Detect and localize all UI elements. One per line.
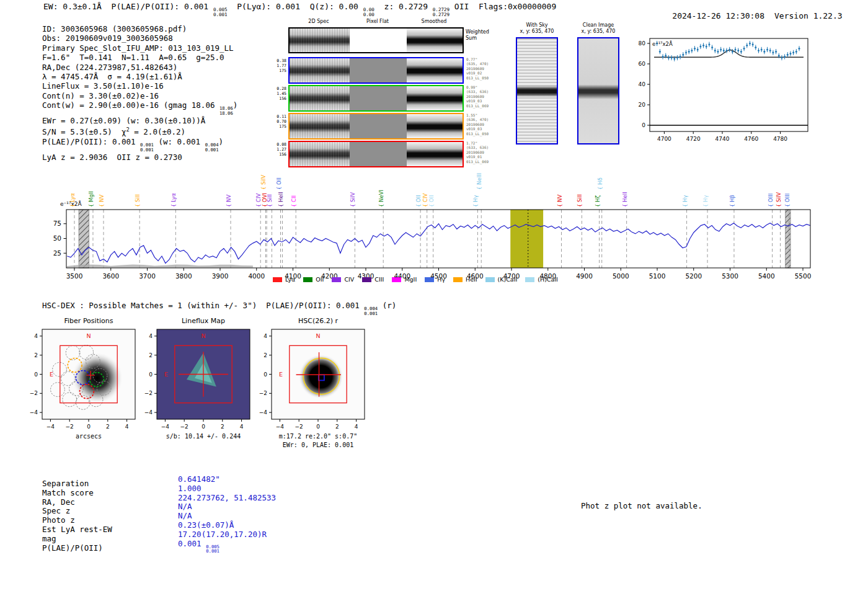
svg-text:{ SiIV: { SiIV <box>776 192 782 207</box>
svg-text:5000: 5000 <box>613 272 629 280</box>
svg-text:4: 4 <box>355 424 358 430</box>
report-version: Version 1.22.3 <box>774 11 843 20</box>
match-row-value: 0.001 0.0050.001 <box>178 540 276 554</box>
svg-text:4780: 4780 <box>773 136 787 142</box>
svg-text:{ OII: { OII <box>415 195 422 207</box>
svg-text:−4: −4 <box>144 409 153 415</box>
svg-text:EWr: 0, PLAE: 0.001: EWr: 0, PLAE: 0.001 <box>283 442 353 448</box>
legend-item: Hγ <box>425 276 445 283</box>
svg-text:25: 25 <box>53 249 61 257</box>
fiber-2dspec-image <box>290 142 350 166</box>
info-line: LineFlux = 3.50(±1.10)e-16 <box>42 81 237 91</box>
svg-text:{ SiII: { SiII <box>577 194 583 207</box>
match-row-label: Est LyA rest-EW <box>42 525 112 535</box>
svg-text:4760: 4760 <box>744 136 758 142</box>
match-row-label: Separation <box>42 479 112 489</box>
match-row-value: 1.000 <box>178 484 276 494</box>
svg-text:−2: −2 <box>144 390 153 396</box>
svg-text:−4: −4 <box>259 409 268 415</box>
info-line: EWr = 0.27(±0.09) (w: 0.30(±0.10))Å <box>42 116 237 125</box>
svg-text:20: 20 <box>639 102 646 108</box>
col-title-pixelflat: Pixel Flat <box>350 19 405 24</box>
svg-text:arcsecs: arcsecs <box>76 433 102 440</box>
svg-text:0: 0 <box>34 371 38 378</box>
svg-text:−4: −4 <box>30 409 38 415</box>
svg-text:40: 40 <box>639 81 646 87</box>
fiber-weight-values: 0.381.77175 <box>272 58 286 73</box>
detection-info-block: ID: 3003605968 (3003605968.pdf)Obs: 2019… <box>42 24 237 162</box>
info-line: Cont(w) = 2.90(±0.00)e-16 (gmag 18.06 18… <box>42 100 237 116</box>
info-line: F=1.6" T=0.141 N=1.11 A=0.65 g=25.0 <box>42 53 237 62</box>
svg-text:4: 4 <box>125 424 129 430</box>
legend-swatch <box>303 277 312 282</box>
svg-text:{ SiIV: { SiIV <box>260 175 267 190</box>
svg-text:{ Hγ: { Hγ <box>472 195 479 207</box>
svg-text:3900: 3900 <box>212 272 229 280</box>
svg-text:0: 0 <box>202 424 205 430</box>
svg-text:−2: −2 <box>259 390 267 396</box>
svg-text:50: 50 <box>53 234 61 242</box>
header-summary-line: EW: 0.3±0.1Å P(LAE)/P(OII): 0.001 0.0050… <box>43 2 556 17</box>
info-line: S/N = 5.3(±0.5) χ2 = 2.0(±0.2) <box>42 125 237 137</box>
legend-item: MgII <box>392 276 417 283</box>
elixer-report-page: EW: 0.3±0.1Å P(LAE)/P(OII): 0.001 0.0050… <box>0 0 868 591</box>
match-row-value: 0.641482" <box>178 475 276 484</box>
svg-text:2: 2 <box>34 352 38 358</box>
svg-text:4720: 4720 <box>686 136 701 142</box>
svg-text:5400: 5400 <box>758 272 775 280</box>
svg-text:4: 4 <box>264 333 267 339</box>
full-spectrum-plot: 3500360037003800390040004100420043004400… <box>0 166 868 290</box>
info-line: LyA z = 2.9036 OII z = 0.2730 <box>42 153 237 162</box>
svg-text:m:17.2 re:2.0" s:0.7": m:17.2 re:2.0" s:0.7" <box>279 433 357 440</box>
zoom-data-points <box>656 41 800 61</box>
svg-text:N: N <box>316 332 320 339</box>
svg-text:3800: 3800 <box>175 272 192 280</box>
svg-text:−2: −2 <box>295 424 303 430</box>
fiber-strip-row <box>288 57 464 84</box>
svg-text:2: 2 <box>221 424 224 430</box>
legend-swatch <box>362 277 371 282</box>
fiber-pixelflat-image <box>350 142 407 166</box>
info-line: Primary Spec_Slot_IFU_AMP: 013_103_019_L… <box>42 43 237 53</box>
svg-text:0: 0 <box>316 424 320 430</box>
match-row-value: 17.20(17.20,17.20)R <box>178 530 276 540</box>
svg-text:{ SiII: { SiII <box>135 194 141 207</box>
svg-text:5200: 5200 <box>685 272 702 280</box>
fiber-annotation: 1.55"(636, 470)20190609v019_03013_LL_050 <box>466 113 506 136</box>
svg-text:{ HeII: { HeII <box>622 192 628 207</box>
svg-text:−2: −2 <box>66 424 74 430</box>
match-row-value: 224.273762, 51.482533 <box>178 494 276 503</box>
svg-text:4700: 4700 <box>657 136 671 142</box>
svg-text:2: 2 <box>335 424 339 430</box>
svg-text:{ OII: { OII <box>428 195 435 207</box>
info-line: Cont(n) = 3.30(±0.02)e-16 <box>42 91 237 100</box>
fiber-2dspec-image <box>290 58 350 82</box>
match-table-labels: SeparationMatch scoreRA, DecSpec zPhoto … <box>42 479 112 553</box>
weighted-smoothed-image <box>407 29 463 52</box>
hsc-cutout-panel: NE−4−4−2−2002244m:17.2 re:2.0" s:0.7"EWr… <box>247 318 377 445</box>
hsc-dex-match-line: HSC-DEX : Possible Matches = 1 (within +… <box>42 301 396 316</box>
fiber-smoothed-image <box>407 114 463 138</box>
fiber-2dspec-image <box>290 86 350 110</box>
svg-text:0: 0 <box>87 424 91 430</box>
svg-text:E: E <box>50 371 53 378</box>
svg-text:0: 0 <box>149 371 153 378</box>
svg-text:{ NV: { NV <box>557 195 563 207</box>
svg-text:0: 0 <box>264 371 267 378</box>
fiber-pixelflat-image <box>350 58 407 82</box>
photz-note: Phot z plot not available. <box>581 501 702 510</box>
legend-swatch <box>485 277 495 282</box>
svg-text:e⁻¹⁷x2Å: e⁻¹⁷x2Å <box>652 40 673 47</box>
legend-swatch <box>332 277 341 282</box>
col-title-smoothed: Smoothed <box>406 19 462 24</box>
weighted-sum-strip <box>288 27 464 53</box>
legend-swatch <box>392 277 401 282</box>
svg-text:5100: 5100 <box>649 272 666 280</box>
withsky-image <box>516 37 558 144</box>
legend-item: CIV <box>332 276 354 283</box>
svg-text:60: 60 <box>639 61 646 67</box>
fiber-weight-values: 0.081.27156 <box>272 142 286 157</box>
weighted-pixelflat-image <box>350 29 407 52</box>
legend-item: CIII <box>362 276 384 283</box>
weighted-2dspec-image <box>290 29 350 52</box>
